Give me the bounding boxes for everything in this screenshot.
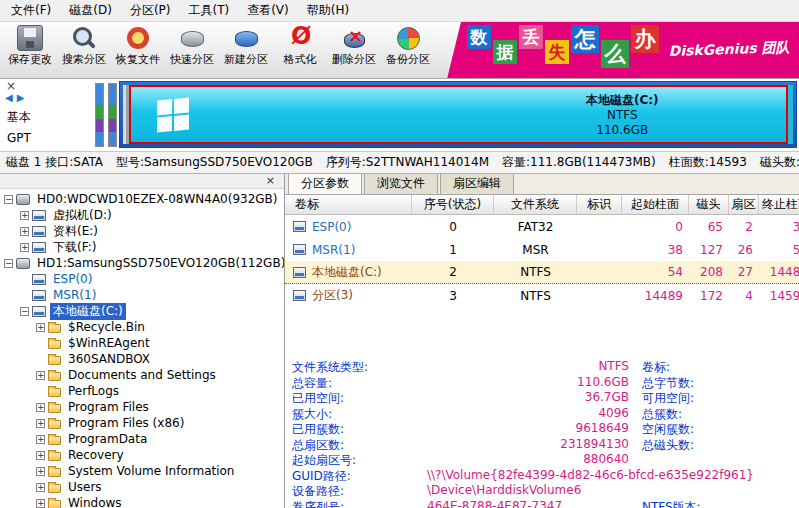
tree-item-11[interactable]: +Documents and Settings	[0, 367, 284, 383]
info-row-4: 已用簇数:9618649空闲簇数:	[285, 421, 799, 437]
partition-icon	[293, 267, 306, 278]
tree-item-label: ESP(0)	[50, 272, 95, 286]
tree-item-4[interactable]: −HD1:SamsungSSD750EVO120GB(112GB)	[0, 255, 284, 271]
expand-icon[interactable]: +	[36, 371, 45, 380]
expand-icon[interactable]: +	[36, 419, 45, 428]
tree-item-2[interactable]: +资料(E:)	[0, 223, 284, 239]
format-button[interactable]: 格式化	[273, 22, 327, 67]
tree-item-3[interactable]: +下载(F:)	[0, 239, 284, 255]
info-row-0: 文件系统类型:NTFS卷标:	[285, 359, 799, 375]
tree-item-0[interactable]: −HD0:WDCWD10EZEX-08WN4A0(932GB)	[0, 191, 284, 207]
expand-icon[interactable]: +	[20, 243, 29, 252]
quick-partition-button[interactable]: 快速分区	[165, 22, 219, 67]
search-partition-button[interactable]: 搜索分区	[57, 22, 111, 67]
menu-item-0[interactable]: 文件(F)	[2, 0, 60, 22]
column-header-4[interactable]: 起始柱面	[622, 195, 689, 214]
expand-icon[interactable]: +	[36, 323, 45, 332]
tree-item-9[interactable]: $WinREAgent	[0, 335, 284, 351]
info-value: 110.6GB	[375, 375, 629, 389]
info-row-2: 已用空间:36.7GB可用空间:	[285, 390, 799, 406]
tree-item-label: 下载(F:)	[50, 239, 99, 256]
toolbar: 保存更改搜索分区恢复文件快速分区新建分区格式化删除分区备份分区 数据丢失怎么办 …	[0, 22, 799, 79]
tree-item-19[interactable]: +Windows	[0, 495, 284, 508]
info-value: 4096	[375, 406, 629, 420]
recover-files-button[interactable]: 恢复文件	[111, 22, 165, 67]
expand-icon[interactable]: +	[36, 451, 45, 460]
info-value: NTFS	[375, 359, 629, 373]
close-icon[interactable]: ×	[266, 174, 275, 187]
column-header-7[interactable]: 终止柱面	[759, 195, 799, 214]
tree-item-17[interactable]: +System Volume Information	[0, 463, 284, 479]
tree-item-label: PerfLogs	[65, 384, 122, 398]
legend-strips	[95, 83, 117, 147]
folder-icon	[48, 436, 61, 445]
tree-item-10[interactable]: 360SANDBOX	[0, 351, 284, 367]
collapse-icon[interactable]: −	[20, 307, 29, 316]
partition-c-block[interactable]: 本地磁盘(C:) NTFS 110.6GB	[129, 85, 788, 144]
part-icon	[32, 242, 46, 253]
tree-item-6[interactable]: MSR(1)	[0, 287, 284, 303]
column-header-5[interactable]: 磁头	[689, 195, 729, 214]
info-value: \\?\Volume{82fe4399-4d82-46c6-bfcd-e635e…	[427, 468, 754, 482]
tree-item-18[interactable]: +Users	[0, 479, 284, 495]
tree-item-5[interactable]: ESP(0)	[0, 271, 284, 287]
info-label: 设备路径:	[292, 483, 344, 500]
column-header-3[interactable]: 标识	[577, 195, 622, 214]
new-partition-button[interactable]: 新建分区	[219, 22, 273, 67]
banner-tile: 办	[631, 25, 659, 53]
expand-icon[interactable]: +	[36, 483, 45, 492]
info-label-2: 总磁头数:	[642, 437, 694, 454]
close-icon[interactable]: ×	[6, 79, 16, 93]
menu-item-5[interactable]: 帮助(H)	[298, 0, 358, 22]
forward-icon[interactable]: ▶	[17, 92, 29, 103]
info-row-3: 簇大小:4096总簇数:	[285, 406, 799, 422]
collapse-icon[interactable]: −	[4, 259, 13, 268]
info-value: 231894130	[375, 437, 629, 451]
save-changes-button[interactable]: 保存更改	[3, 22, 57, 67]
table-row[interactable]: ESP(0)0FAT32065238	[285, 215, 799, 238]
icon-search	[71, 25, 97, 51]
column-header-1[interactable]: 序号(状态)	[412, 195, 494, 214]
tab-sector-edit[interactable]: 扇区编辑	[440, 174, 514, 194]
tree-item-15[interactable]: +ProgramData	[0, 431, 284, 447]
banner-tile: 丢	[519, 25, 543, 49]
tab-partition-params[interactable]: 分区参数	[288, 174, 362, 194]
tree-item-12[interactable]: PerfLogs	[0, 383, 284, 399]
column-header-0[interactable]: 卷标	[285, 195, 412, 214]
folder-icon	[48, 484, 61, 493]
table-row[interactable]: MSR(1)1MSR381272654	[285, 238, 799, 261]
delete-partition-button[interactable]: 删除分区	[327, 22, 381, 67]
table-row[interactable]: 分区(3)3NTFS14489172414593	[285, 284, 799, 307]
column-header-2[interactable]: 文件系统	[494, 195, 577, 214]
backup-partition-button[interactable]: 备份分区	[381, 22, 435, 67]
expand-icon[interactable]: +	[20, 227, 29, 236]
disk-info-segment: 磁盘 1 接口:SATA	[6, 154, 103, 171]
expand-icon[interactable]: +	[36, 499, 45, 508]
banner-tile: 失	[545, 40, 569, 64]
tree-item-8[interactable]: +$Recycle.Bin	[0, 319, 284, 335]
tab-browse-files[interactable]: 浏览文件	[364, 174, 438, 194]
partition-filesystem: NTFS	[511, 107, 734, 122]
table-row[interactable]: 本地磁盘(C:)2NTFS542082714489	[285, 261, 799, 284]
menu-item-4[interactable]: 查看(V)	[238, 0, 298, 22]
column-header-6[interactable]: 扇区	[729, 195, 759, 214]
expand-icon[interactable]: +	[36, 467, 45, 476]
collapse-icon[interactable]: −	[4, 195, 13, 204]
menu-item-2[interactable]: 分区(P)	[121, 0, 180, 22]
info-row-5: 总扇区数:231894130总磁头数:	[285, 437, 799, 453]
tree-item-13[interactable]: +Program Files	[0, 399, 284, 415]
partition-sliver-3[interactable]	[788, 85, 793, 144]
menu-item-1[interactable]: 磁盘(D)	[60, 0, 121, 22]
info-label-2: 总字节数:	[642, 375, 694, 392]
tree-panel-header: ×	[0, 174, 284, 189]
expand-icon[interactable]: +	[36, 403, 45, 412]
menu-item-3[interactable]: 工具(T)	[179, 0, 238, 22]
tree-item-16[interactable]: +Recovery	[0, 447, 284, 463]
expand-icon[interactable]: +	[36, 435, 45, 444]
tree-item-7[interactable]: −本地磁盘(C:)	[0, 303, 284, 319]
tree-item-1[interactable]: +虚拟机(D:)	[0, 207, 284, 223]
expand-icon[interactable]: +	[20, 211, 29, 220]
info-label-2: NTFS版本:	[642, 499, 701, 508]
tree-item-14[interactable]: +Program Files (x86)	[0, 415, 284, 431]
back-icon[interactable]: ◀	[5, 92, 17, 103]
